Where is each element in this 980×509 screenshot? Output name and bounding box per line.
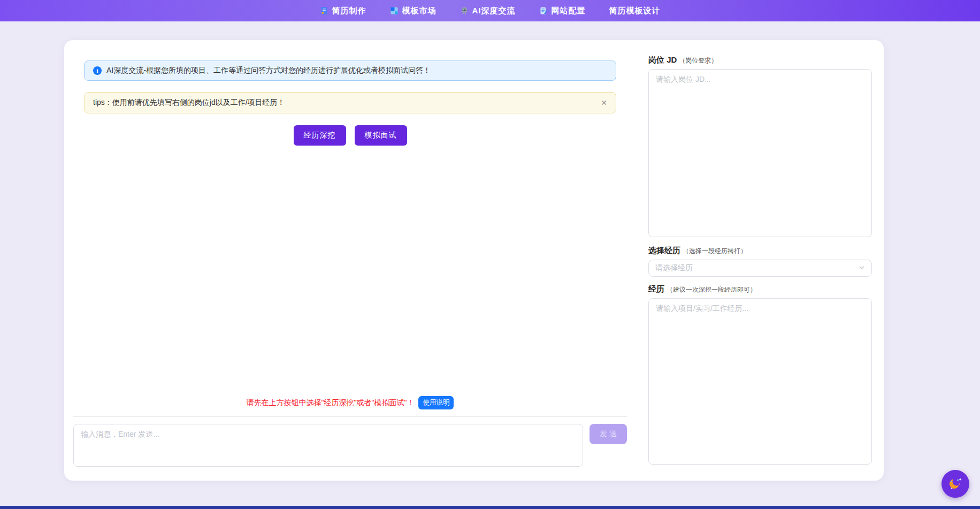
jd-label: 岗位 JD （岗位要求） [648, 55, 872, 65]
message-input[interactable] [73, 424, 583, 467]
nav-item-ai-chat[interactable]: AI深度交流 [460, 6, 516, 16]
experience-select[interactable]: 请选择经历 [648, 260, 872, 277]
experience-select-label: 选择经历 （选择一段经历拷打） [648, 246, 872, 256]
jd-textarea[interactable] [648, 69, 872, 237]
moon-icon [946, 474, 964, 494]
experience-label-sub: （建议一次深挖一段经历即可） [667, 285, 756, 294]
jd-label-sub: （岗位要求） [679, 56, 717, 65]
experience-textarea[interactable] [648, 298, 872, 465]
nav-item-site-config[interactable]: 网站配置 [539, 6, 586, 16]
tips-alert-text: tips：使用前请优先填写右侧的岗位jd以及工作/项目经历！ [93, 98, 285, 108]
send-button[interactable]: 发 送 [589, 424, 627, 444]
deep-dig-button[interactable]: 经历深挖 [294, 125, 346, 146]
mock-interview-button[interactable]: 模拟面试 [355, 125, 407, 146]
chat-panel: i AI深度交流-根据您所填的项目、工作等通过问答方式对您的经历进行扩展优化或者… [64, 40, 636, 481]
input-divider [73, 416, 627, 417]
mode-buttons: 经历深挖 模拟面试 [73, 125, 627, 146]
message-input-row: 发 送 [73, 424, 627, 467]
nav-item-label: 简历制作 [332, 6, 366, 16]
experience-select-placeholder: 请选择经历 [655, 263, 693, 273]
resume-doc-icon [320, 6, 328, 15]
experience-label: 经历 （建议一次深挖一段经历即可） [648, 284, 872, 294]
nav-item-label: 简历模板设计 [609, 6, 661, 16]
nav-item-template-design[interactable]: 简历模板设计 [609, 6, 661, 16]
experience-select-label-sub: （选择一段经历拷打） [683, 247, 747, 256]
nav-item-label: 模板市场 [402, 6, 437, 16]
robot-icon [460, 6, 469, 15]
chevron-down-icon [859, 264, 865, 272]
close-icon[interactable]: ✕ [601, 99, 607, 107]
template-grid-icon [390, 6, 399, 15]
nav-item-resume-builder[interactable]: 简历制作 [320, 6, 366, 16]
tips-alert: tips：使用前请优先填写右侧的岗位jd以及工作/项目经历！ ✕ [84, 92, 616, 113]
job-sidebar: 岗位 JD （岗位要求） 选择经历 （选择一段经历拷打） 请选择经历 经历 （建… [636, 40, 884, 481]
info-alert: i AI深度交流-根据您所填的项目、工作等通过问答方式对您的经历进行扩展优化或者… [84, 60, 616, 81]
experience-select-label-main: 选择经历 [648, 246, 680, 256]
chat-message-area [73, 146, 627, 396]
info-alert-text: AI深度交流-根据您所填的项目、工作等通过问答方式对您的经历进行扩展优化或者模拟… [106, 66, 431, 75]
nav-item-label: AI深度交流 [472, 6, 516, 16]
top-navbar: 简历制作 模板市场 AI深度交流 [0, 0, 980, 21]
experience-label-main: 经历 [648, 284, 664, 294]
usage-guide-button[interactable]: 使用说明 [418, 396, 454, 409]
jd-label-main: 岗位 JD [648, 55, 677, 65]
main-card: i AI深度交流-根据您所填的项目、工作等通过问答方式对您的经历进行扩展优化或者… [64, 40, 884, 481]
hint-row: 请先在上方按钮中选择"经历深挖"或者"模拟面试"！ 使用说明 [73, 396, 627, 409]
info-icon: i [93, 66, 102, 75]
site-config-icon [539, 6, 548, 15]
bottom-strip [0, 506, 980, 509]
theme-toggle-button[interactable] [941, 470, 969, 498]
hint-text: 请先在上方按钮中选择"经历深挖"或者"模拟面试"！ [247, 398, 415, 408]
nav-item-label: 网站配置 [552, 6, 586, 16]
nav-item-template-market[interactable]: 模板市场 [390, 6, 437, 16]
